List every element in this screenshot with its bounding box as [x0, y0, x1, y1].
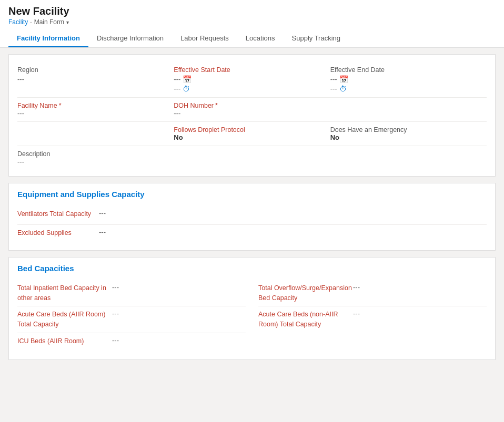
does-have-emergency-label: Does Have an Emergency — [330, 126, 482, 133]
main-content: Region --- Effective Start Date --- 📅 --… — [0, 48, 504, 373]
follows-droplet-cell: Follows Droplet Protocol No — [174, 122, 330, 146]
tab-discharge-information[interactable]: Discharge Information — [88, 30, 172, 47]
description-label: Description — [17, 150, 169, 158]
follows-droplet-label: Follows Droplet Protocol — [174, 126, 326, 133]
facility-name-required: * — [59, 102, 62, 109]
total-inpatient-row: Total Inpatient Bed Capacity in other ar… — [17, 280, 246, 307]
acute-care-non-aiir-value: --- — [353, 310, 487, 317]
effective-end-date-label: Effective End Date — [330, 65, 412, 75]
clock-icon-start[interactable]: ⏱ — [183, 85, 190, 93]
page-header: New Facility Facility · Main Form ▾ Faci… — [0, 0, 504, 48]
effective-end-date-val2: --- — [330, 85, 337, 92]
region-cell: Region --- — [17, 61, 174, 97]
total-overflow-value: --- — [353, 283, 487, 291]
calendar-icon-end[interactable]: 📅 — [339, 75, 348, 84]
bed-left-col: Total Inpatient Bed Capacity in other ar… — [17, 280, 246, 353]
equipment-section-title: Equipment and Supplies Capacity — [17, 190, 487, 199]
tab-facility-information[interactable]: Facility Information — [8, 30, 88, 47]
tab-bar: Facility Information Discharge Informati… — [8, 30, 496, 47]
excluded-supplies-row: Excluded Supplies --- — [17, 225, 487, 244]
acute-care-aiir-value: --- — [112, 310, 246, 317]
effective-start-date-label: Effective Start Date — [174, 65, 255, 75]
calendar-icon-start[interactable]: 📅 — [183, 75, 191, 84]
row3-empty — [17, 122, 174, 146]
excluded-supplies-label: Excluded Supplies — [17, 228, 99, 238]
effective-end-date-val1: --- — [330, 75, 337, 83]
description-cell: Description --- — [17, 146, 174, 170]
bed-capacities-grid: Total Inpatient Bed Capacity in other ar… — [17, 280, 487, 353]
row2-empty — [330, 98, 487, 121]
acute-care-aiir-row: Acute Care Beds (AIIR Room) Total Capaci… — [17, 306, 246, 333]
acute-care-aiir-label: Acute Care Beds (AIIR Room) Total Capaci… — [17, 310, 112, 330]
ventilators-value: --- — [99, 209, 487, 217]
equipment-section: Equipment and Supplies Capacity Ventilat… — [8, 183, 496, 251]
effective-start-date-val1: --- — [174, 75, 180, 83]
breadcrumb-dropdown-icon[interactable]: ▾ — [66, 19, 69, 25]
does-have-emergency-value: No — [330, 133, 482, 141]
total-inpatient-label: Total Inpatient Bed Capacity in other ar… — [17, 283, 112, 303]
tab-supply-tracking[interactable]: Supply Tracking — [284, 30, 349, 47]
facility-info-section: Region --- Effective Start Date --- 📅 --… — [8, 54, 496, 177]
total-inpatient-value: --- — [112, 283, 246, 291]
effective-end-date-values: --- 📅 --- ⏱ — [330, 75, 482, 93]
region-value: --- — [17, 75, 169, 83]
bed-capacities-section: Bed Capacities Total Inpatient Bed Capac… — [8, 257, 496, 360]
follows-droplet-value: No — [174, 133, 326, 141]
breadcrumb: Facility · Main Form ▾ — [8, 18, 496, 26]
total-overflow-row: Total Overflow/Surge/Expansion Bed Capac… — [258, 280, 487, 307]
facility-name-label: Facility Name — [17, 102, 57, 109]
effective-start-date-val2: --- — [174, 85, 180, 92]
effective-start-date-values: --- 📅 --- ⏱ — [174, 75, 326, 93]
effective-start-date-cell: Effective Start Date --- 📅 --- ⏱ — [174, 61, 330, 97]
total-overflow-label: Total Overflow/Surge/Expansion Bed Capac… — [258, 283, 353, 303]
region-label: Region — [17, 65, 99, 75]
tab-locations[interactable]: Locations — [237, 30, 284, 47]
facility-name-value: --- — [17, 109, 169, 117]
tab-labor-requests[interactable]: Labor Requests — [172, 30, 237, 47]
breadcrumb-form: Main Form — [34, 18, 64, 26]
excluded-supplies-value: --- — [99, 228, 487, 236]
doh-number-required: * — [215, 102, 218, 109]
doh-number-cell: DOH Number * --- — [174, 98, 330, 121]
bed-capacities-title: Bed Capacities — [17, 264, 487, 273]
description-value: --- — [17, 158, 169, 166]
doh-number-label: DOH Number — [174, 102, 214, 109]
icu-aiir-label: ICU Beds (AIIR Room) — [17, 336, 112, 346]
ventilators-row: Ventilators Total Capacity --- — [17, 206, 487, 225]
bed-right-col: Total Overflow/Surge/Expansion Bed Capac… — [258, 280, 487, 353]
icu-aiir-value: --- — [112, 336, 246, 344]
facility-name-cell: Facility Name * --- — [17, 98, 174, 121]
breadcrumb-facility[interactable]: Facility — [8, 18, 28, 26]
breadcrumb-separator: · — [30, 18, 32, 26]
page-title: New Facility — [8, 5, 496, 17]
doh-number-value: --- — [174, 109, 326, 117]
icu-aiir-row: ICU Beds (AIIR Room) --- — [17, 333, 246, 353]
acute-care-non-aiir-label: Acute Care Beds (non-AIIR Room) Total Ca… — [258, 310, 353, 330]
ventilators-label: Ventilators Total Capacity — [17, 209, 99, 219]
clock-icon-end[interactable]: ⏱ — [339, 85, 347, 93]
does-have-emergency-cell: Does Have an Emergency No — [330, 122, 487, 146]
acute-care-non-aiir-row: Acute Care Beds (non-AIIR Room) Total Ca… — [258, 306, 487, 333]
effective-end-date-cell: Effective End Date --- 📅 --- ⏱ — [330, 61, 487, 97]
